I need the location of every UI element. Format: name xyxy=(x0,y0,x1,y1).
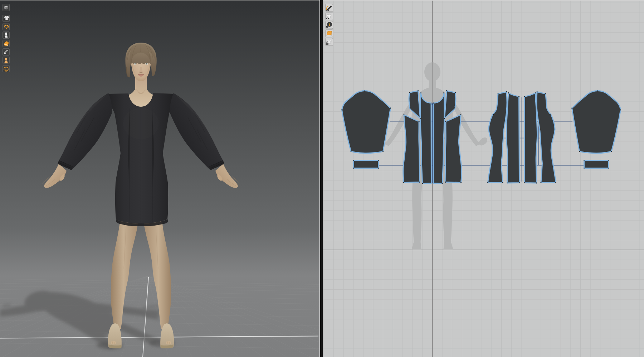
svg-text:i: i xyxy=(329,23,330,26)
